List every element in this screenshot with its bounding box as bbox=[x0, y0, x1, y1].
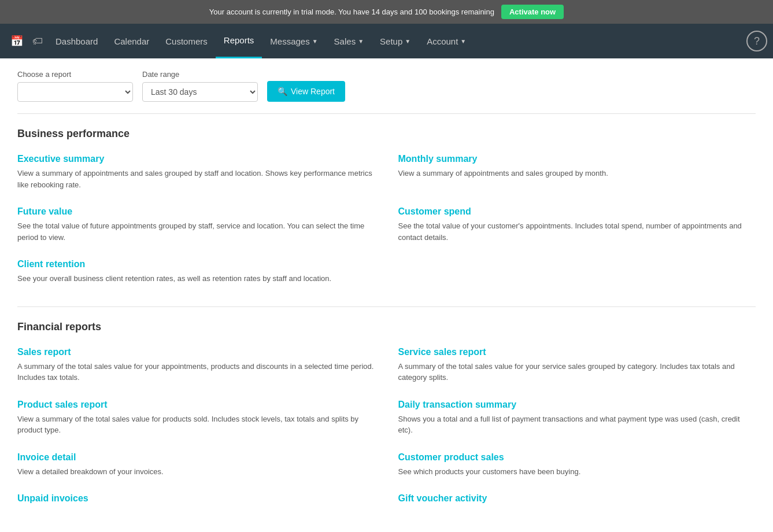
service-sales-desc: A summary of the total sales value for y… bbox=[398, 361, 756, 383]
trial-banner: Your account is currently in trial mode.… bbox=[0, 0, 773, 24]
report-item-customer-spend: Customer spend See the total value of yo… bbox=[398, 206, 756, 243]
daily-transaction-link[interactable]: Daily transaction summary bbox=[398, 400, 756, 410]
daily-transaction-desc: Shows you a total and a full list of pay… bbox=[398, 413, 756, 436]
activate-now-button[interactable]: Activate now bbox=[501, 5, 564, 19]
divider-2 bbox=[17, 306, 756, 307]
date-label: Date range bbox=[142, 70, 258, 79]
date-select[interactable]: Last 30 days Last 7 days This month Last… bbox=[142, 82, 258, 102]
customer-spend-desc: See the total value of your customer's a… bbox=[398, 220, 756, 243]
report-item-future-value: Future value See the total value of futu… bbox=[17, 206, 375, 243]
unpaid-invoices-link[interactable]: Unpaid invoices bbox=[17, 493, 375, 504]
nav-calendar[interactable]: Calendar bbox=[106, 25, 157, 58]
report-filter-group: Choose a report bbox=[17, 70, 133, 102]
business-performance-grid: Executive summary View a summary of appo… bbox=[17, 154, 756, 301]
future-value-desc: See the total value of future appointmen… bbox=[17, 220, 375, 243]
report-item-unpaid-invoices: Unpaid invoices bbox=[17, 493, 375, 507]
help-button[interactable]: ? bbox=[746, 31, 767, 51]
monthly-summary-link[interactable]: Monthly summary bbox=[398, 154, 756, 164]
executive-summary-desc: View a summary of appointments and sales… bbox=[17, 168, 375, 190]
sales-caret: ▼ bbox=[358, 38, 364, 45]
product-sales-link[interactable]: Product sales report bbox=[17, 400, 375, 410]
financial-reports-title: Financial reports bbox=[17, 321, 756, 333]
financial-reports-grid: Sales report A summary of the total sale… bbox=[17, 347, 756, 524]
report-item-customer-product-sales: Customer product sales See which product… bbox=[398, 452, 756, 478]
customer-product-sales-desc: See which products your customers have b… bbox=[398, 466, 756, 478]
messages-caret: ▼ bbox=[312, 38, 318, 45]
report-select[interactable] bbox=[17, 82, 133, 102]
client-retention-desc: See your overall business client retenti… bbox=[17, 273, 375, 285]
report-item-service-sales: Service sales report A summary of the to… bbox=[398, 347, 756, 383]
client-retention-link[interactable]: Client retention bbox=[17, 259, 375, 269]
customer-product-sales-link[interactable]: Customer product sales bbox=[398, 452, 756, 463]
business-performance-title: Business performance bbox=[17, 128, 756, 140]
report-item-client-retention: Client retention See your overall busine… bbox=[17, 259, 375, 285]
report-item-monthly-summary: Monthly summary View a summary of appoin… bbox=[398, 154, 756, 190]
divider-1 bbox=[17, 113, 756, 114]
nav-reports[interactable]: Reports bbox=[216, 24, 262, 58]
business-performance-section: Business performance Executive summary V… bbox=[17, 128, 756, 301]
product-sales-desc: View a summary of the total sales value … bbox=[17, 413, 375, 436]
sales-report-link[interactable]: Sales report bbox=[17, 347, 375, 357]
monthly-summary-desc: View a summary of appointments and sales… bbox=[398, 168, 756, 179]
invoice-detail-desc: View a detailed breakdown of your invoic… bbox=[17, 466, 375, 478]
invoice-detail-link[interactable]: Invoice detail bbox=[17, 452, 375, 463]
report-item-gift-voucher: Gift voucher activity bbox=[398, 493, 756, 507]
report-item-executive-summary: Executive summary View a summary of appo… bbox=[17, 154, 375, 190]
report-item-product-sales: Product sales report View a summary of t… bbox=[17, 400, 375, 436]
nav-sales[interactable]: Sales▼ bbox=[326, 25, 372, 58]
calendar-icon-button[interactable]: 📅 bbox=[6, 30, 28, 52]
nav-messages[interactable]: Messages▼ bbox=[262, 25, 326, 58]
financial-reports-section: Financial reports Sales report A summary… bbox=[17, 321, 756, 524]
filter-bar: Choose a report Date range Last 30 days … bbox=[17, 70, 756, 102]
nav-customers[interactable]: Customers bbox=[157, 25, 216, 58]
view-report-button[interactable]: 🔍 View Report bbox=[267, 81, 345, 102]
report-label: Choose a report bbox=[17, 70, 133, 79]
page-content: Choose a report Date range Last 30 days … bbox=[0, 58, 773, 532]
gift-voucher-link[interactable]: Gift voucher activity bbox=[398, 493, 756, 504]
executive-summary-link[interactable]: Executive summary bbox=[17, 154, 375, 164]
account-caret: ▼ bbox=[460, 38, 466, 45]
setup-caret: ▼ bbox=[405, 38, 410, 45]
search-icon: 🔍 bbox=[278, 87, 287, 96]
report-item-sales-report: Sales report A summary of the total sale… bbox=[17, 347, 375, 383]
nav-dashboard[interactable]: Dashboard bbox=[47, 25, 106, 58]
nav-account[interactable]: Account▼ bbox=[419, 25, 474, 58]
service-sales-link[interactable]: Service sales report bbox=[398, 347, 756, 357]
nav-setup[interactable]: Setup▼ bbox=[372, 25, 419, 58]
tag-icon-button[interactable]: 🏷 bbox=[28, 31, 47, 52]
date-filter-group: Date range Last 30 days Last 7 days This… bbox=[142, 70, 258, 102]
trial-message: Your account is currently in trial mode.… bbox=[209, 8, 494, 16]
report-item-invoice-detail: Invoice detail View a detailed breakdown… bbox=[17, 452, 375, 478]
sales-report-desc: A summary of the total sales value for y… bbox=[17, 361, 375, 383]
future-value-link[interactable]: Future value bbox=[17, 206, 375, 217]
top-nav: 📅 🏷 Dashboard Calendar Customers Reports… bbox=[0, 24, 773, 58]
customer-spend-link[interactable]: Customer spend bbox=[398, 206, 756, 217]
report-item-daily-transaction: Daily transaction summary Shows you a to… bbox=[398, 400, 756, 436]
